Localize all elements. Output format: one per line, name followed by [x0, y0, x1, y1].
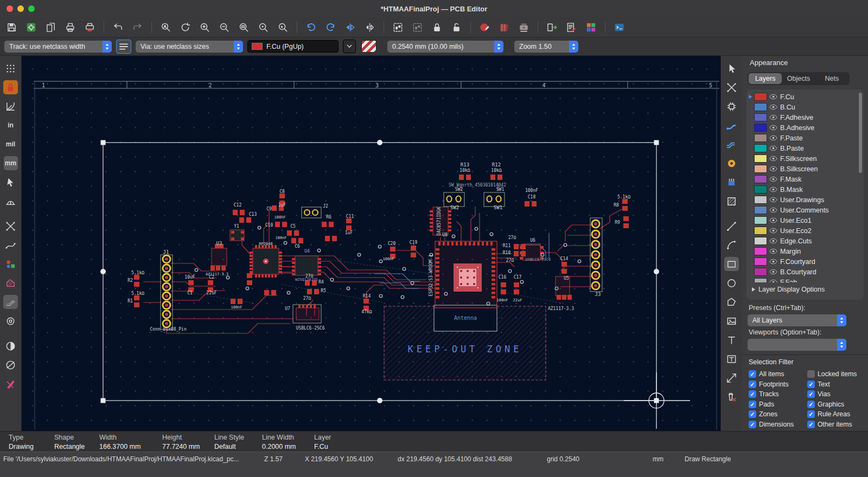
checkbox[interactable]: ✓ — [807, 401, 815, 408]
local-ratsnest-tool-button[interactable] — [724, 80, 739, 94]
layer-color-swatch[interactable] — [754, 113, 767, 121]
tab-layers[interactable]: Layers — [749, 73, 782, 84]
checkbox[interactable]: ✓ — [749, 421, 756, 428]
layer-row-b.paste[interactable]: B.Paste — [746, 143, 864, 153]
route-track-tool-button[interactable] — [724, 118, 739, 132]
checkbox[interactable]: ✓ — [749, 401, 756, 408]
scrollbar-thumb[interactable] — [859, 93, 862, 173]
layer-row-b.cu[interactable]: B.Cu — [746, 102, 864, 112]
layer-color-swatch[interactable] — [754, 165, 767, 173]
layer-row-f.courtyard[interactable]: F.Courtyard — [746, 256, 864, 267]
via-outline-button[interactable] — [3, 314, 18, 328]
layer-color-swatch[interactable] — [754, 227, 767, 235]
filter-item-footprints[interactable]: ✓Footprints — [749, 381, 807, 388]
visibility-eye-icon[interactable] — [767, 145, 779, 151]
redo-button[interactable] — [130, 20, 145, 34]
layer-row-b.silkscreen[interactable]: B.Silkscreen — [746, 164, 864, 174]
visibility-eye-icon[interactable] — [767, 269, 779, 275]
layer-color-swatch[interactable] — [754, 144, 767, 152]
rotate-ccw-button[interactable] — [304, 20, 318, 34]
delete-tool-button[interactable] — [724, 390, 739, 404]
ratsnest-hidden-button[interactable] — [3, 219, 18, 233]
layer-color-swatch[interactable] — [754, 196, 767, 204]
flip-board-button[interactable] — [3, 358, 18, 372]
footprint-editor-button[interactable] — [477, 20, 492, 34]
select-tool-button[interactable] — [724, 61, 739, 75]
unlock-button[interactable] — [449, 20, 464, 34]
circle-tool-button[interactable] — [724, 276, 739, 290]
zoom-dropdown[interactable]: Zoom 1.50 — [514, 41, 578, 53]
rectangle-tool-button[interactable] — [724, 257, 739, 271]
dimension-tool-button[interactable] — [724, 371, 739, 385]
checkbox[interactable]: ✓ — [749, 390, 756, 398]
filter-item-rule-areas[interactable]: ✓Rule Areas — [807, 410, 868, 418]
visibility-eye-icon[interactable] — [767, 217, 779, 223]
print-button[interactable] — [63, 20, 78, 34]
page-settings-button[interactable] — [43, 20, 58, 34]
layer-row-user.drawings[interactable]: User.Drawings — [746, 195, 864, 205]
high-contrast-button[interactable] — [3, 339, 18, 353]
filter-item-dimensions[interactable]: ✓Dimensions — [749, 421, 807, 428]
zone-display-button[interactable] — [3, 276, 18, 290]
visibility-eye-icon[interactable] — [767, 135, 779, 141]
layer-color-swatch[interactable] — [754, 257, 767, 266]
visibility-eye-icon[interactable] — [767, 207, 779, 213]
layer-row-f.cu[interactable]: F.Cu — [746, 92, 864, 102]
track-width-dropdown[interactable]: Track: use netclass width — [4, 41, 112, 53]
track-width-list-button[interactable] — [116, 40, 131, 54]
inspect-tool-button[interactable] — [724, 99, 739, 113]
text-tool-button[interactable] — [724, 333, 739, 347]
zoom-fit-button[interactable] — [237, 20, 251, 34]
layer-color-swatch[interactable] — [754, 93, 767, 101]
layer-row-margin[interactable]: Margin — [746, 246, 864, 256]
zoom-objects-button[interactable] — [256, 20, 271, 34]
filter-item-locked-items[interactable]: Locked items — [807, 370, 868, 378]
checkbox[interactable]: ✓ — [749, 410, 756, 418]
drc-button[interactable] — [564, 20, 579, 34]
protractor-button[interactable] — [3, 194, 18, 208]
visibility-eye-icon[interactable] — [767, 197, 779, 203]
layer-row-f.mask[interactable]: F.Mask — [746, 174, 864, 184]
filter-item-all-items[interactable]: ✓All items — [749, 370, 807, 378]
ungroup-button[interactable] — [410, 20, 425, 34]
lock-button[interactable] — [430, 20, 444, 34]
tab-nets[interactable]: Nets — [815, 73, 848, 84]
snap-lock-button[interactable] — [3, 80, 18, 94]
visibility-eye-icon[interactable] — [767, 166, 779, 172]
visibility-eye-icon[interactable] — [767, 125, 779, 131]
board-setup-button[interactable] — [24, 20, 39, 34]
cursor-shape-button[interactable] — [3, 175, 18, 189]
zoom-selection-button[interactable] — [276, 20, 290, 34]
unit-in-button[interactable]: in — [4, 118, 18, 132]
presets-dropdown[interactable]: All Layers — [748, 314, 846, 326]
visibility-eye-icon[interactable] — [767, 228, 779, 234]
fabrication-output-button[interactable] — [516, 20, 531, 34]
layer-row-b.courtyard[interactable]: B.Courtyard — [746, 267, 864, 277]
filter-item-zones[interactable]: ✓Zones — [749, 410, 807, 418]
layer-row-user.comments[interactable]: User.Comments — [746, 205, 864, 215]
layer-dropdown[interactable]: F.Cu (PgUp) — [247, 40, 339, 53]
unit-mm-button[interactable]: mm — [4, 156, 18, 170]
selection-rectangle[interactable] — [100, 140, 659, 403]
checkbox[interactable]: ✓ — [807, 410, 815, 418]
via-tool-button[interactable] — [724, 156, 739, 170]
visibility-eye-icon[interactable] — [767, 114, 779, 120]
layer-color-swatch[interactable] — [754, 134, 767, 142]
diff-pair-tool-button[interactable] — [724, 137, 739, 151]
filter-item-graphics[interactable]: ✓Graphics — [807, 401, 868, 408]
pad-display-button[interactable] — [3, 257, 18, 271]
layer-palette-button[interactable] — [584, 20, 598, 34]
visibility-eye-icon[interactable] — [767, 94, 779, 100]
checkbox[interactable]: ✓ — [749, 381, 756, 388]
grid-dropdown[interactable]: 0.2540 mm (10.00 mils) — [387, 41, 503, 53]
plot-button[interactable] — [82, 20, 97, 34]
layer-color-swatch[interactable] — [754, 247, 767, 255]
layer-row-b.mask[interactable]: B.Mask — [746, 184, 864, 195]
filter-item-vias[interactable]: ✓Vias — [807, 390, 868, 398]
visibility-eye-icon[interactable] — [767, 176, 779, 182]
textbox-tool-button[interactable] — [724, 352, 739, 366]
unit-mil-button[interactable]: mil — [4, 137, 18, 151]
image-tool-button[interactable] — [724, 314, 739, 328]
checkbox[interactable]: ✓ — [749, 370, 756, 378]
layer-color-swatch[interactable] — [754, 278, 767, 282]
